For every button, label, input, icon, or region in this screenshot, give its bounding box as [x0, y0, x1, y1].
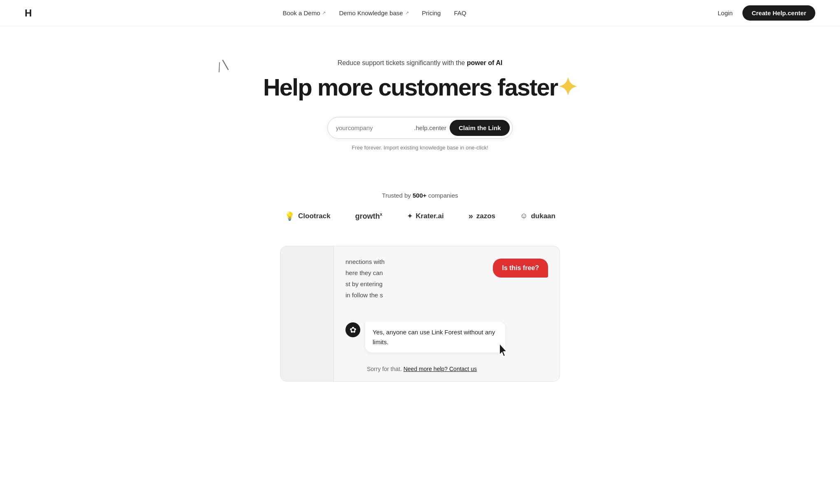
demo-section: nnections with here they can st by enter… — [0, 229, 840, 382]
hero-note: Free forever. Import existing knowledge … — [352, 145, 488, 151]
external-link-icon: ↗ — [322, 10, 326, 16]
nav-login[interactable]: Login — [718, 9, 733, 16]
hero-subtitle: Reduce support tickets significantly wit… — [338, 59, 502, 67]
company-name-input[interactable] — [336, 124, 414, 131]
trusted-section: Trusted by 500+ companies 💡 Clootrack gr… — [0, 175, 840, 229]
demo-sidebar — [280, 246, 334, 381]
logos-row: 💡 Clootrack growthx ✦ Krater.ai » zazos … — [8, 211, 832, 221]
hero-title: Help more customers faster✦ — [263, 74, 577, 100]
demo-main: nnections with here they can st by enter… — [334, 246, 560, 381]
claim-input-wrapper: .help.center Claim the Link — [327, 117, 513, 139]
bot-chat-bubble: Yes, anyone can use Link Forest without … — [365, 322, 505, 352]
chat-response: ✿ Yes, anyone can use Link Forest withou… — [345, 322, 548, 352]
bot-flower-icon: ✿ — [350, 325, 357, 335]
bot-avatar: ✿ — [345, 322, 360, 337]
logo-growthx: growthx — [355, 212, 382, 221]
logo-kraterai: ✦ Krater.ai — [407, 212, 444, 220]
nav-book-demo[interactable]: Book a Demo ↗ — [283, 9, 326, 16]
dukaan-icon: ☺ — [520, 212, 527, 220]
trusted-heading: Trusted by 500+ companies — [8, 192, 832, 199]
nav-create-button[interactable]: Create Help.center — [742, 5, 815, 21]
claim-link-button[interactable]: Claim the Link — [450, 120, 510, 136]
logo-zazos: » zazos — [469, 211, 495, 221]
nav-pricing[interactable]: Pricing — [422, 9, 441, 16]
contact-us-link[interactable]: Need more help? Contact us — [404, 366, 477, 372]
nav-demo-kb[interactable]: Demo Knowledge base ↗ — [339, 9, 408, 16]
hero-decoration: ∕ | — [218, 59, 227, 72]
logo-dukaan: ☺ dukaan — [520, 212, 555, 220]
nav-faq[interactable]: FAQ — [454, 9, 466, 16]
sparkle-icon: ✦ — [558, 74, 577, 100]
zazos-icon: » — [469, 211, 473, 221]
cursor-icon — [495, 340, 510, 362]
user-chat-bubble: Is this free? — [493, 259, 548, 278]
clootrack-icon: 💡 — [285, 211, 295, 221]
external-link-icon: ↗ — [405, 10, 409, 16]
navbar: H Book a Demo ↗ Demo Knowledge base ↗ Pr… — [0, 0, 840, 26]
domain-label: .help.center — [414, 124, 446, 131]
krater-icon: ✦ — [407, 212, 413, 220]
logo-clootrack: 💡 Clootrack — [285, 211, 330, 221]
demo-card: nnections with here they can st by enter… — [280, 246, 560, 382]
hero-section: ∕ | Reduce support tickets significantly… — [0, 26, 840, 175]
logo[interactable]: H — [25, 7, 31, 19]
sorry-text: Sorry for that. Need more help? Contact … — [367, 366, 477, 372]
